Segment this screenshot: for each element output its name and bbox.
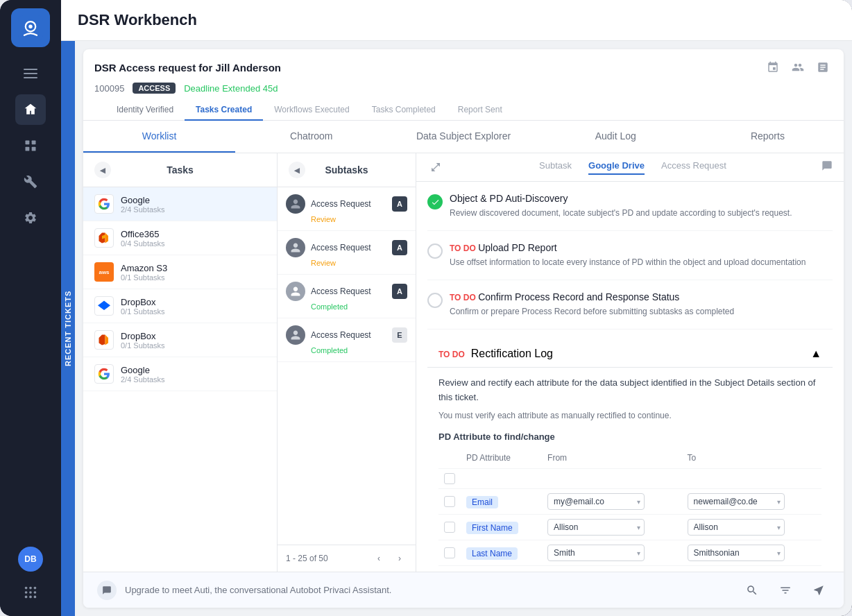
pd-table: PD Attribute From To [438, 447, 821, 566]
svg-point-11 [29, 587, 32, 590]
detail-tab-google-drive[interactable]: Google Drive [588, 160, 645, 175]
prev-page-btn[interactable]: ‹ [371, 551, 386, 566]
detail-task-item: TO DO Upload PD Report Use offset inform… [427, 242, 833, 280]
tab-reports[interactable]: Reports [692, 121, 844, 153]
dropbox2-logo-icon [94, 330, 114, 350]
lastname-to-select[interactable]: Smithsonian [688, 545, 785, 561]
tab-chatroom[interactable]: Chatroom [235, 121, 387, 153]
email-from-select[interactable]: my@email.co [547, 493, 645, 510]
tab-data-subject[interactable]: Data Subject Explorer [387, 121, 539, 153]
attr-lastname-tag: Last Name [466, 547, 518, 560]
firstname-to-select[interactable]: Allison [688, 519, 785, 536]
user-avatar[interactable]: DB [18, 547, 43, 572]
subtasks-panel: ◀ Subtasks Access Req [278, 153, 416, 572]
task-name: DropBox [121, 331, 266, 341]
subtask-avatar [286, 194, 305, 214]
tab-worklist[interactable]: Worklist [83, 121, 235, 153]
list-item[interactable]: Access Request E Completed [278, 318, 416, 362]
row-checkbox[interactable] [444, 473, 455, 484]
recent-tickets-tab[interactable]: RECENT TICKETS [61, 41, 75, 616]
sidebar: DB [0, 0, 61, 616]
comment-btn[interactable] [821, 160, 833, 174]
task-subtasks: 0/4 Subtasks [121, 239, 266, 248]
list-item[interactable]: aws Amazon S3 0/1 Subtasks [83, 255, 277, 289]
subtask-status: Review [286, 259, 407, 267]
rectification-header[interactable]: TO DO Rectification Log ▲ [427, 341, 833, 368]
progress-tab-tasks[interactable]: Tasks Created [185, 99, 263, 120]
check-empty-icon [427, 243, 443, 259]
ticket-title: DSR Access request for Jill Anderson [94, 62, 281, 74]
progress-tab-workflows[interactable]: Workflows Executed [263, 99, 361, 120]
row-checkbox[interactable] [444, 522, 455, 533]
rectification-collapse-icon: ▲ [810, 348, 821, 360]
google2-logo-icon [94, 364, 114, 384]
rectification-note: You must verify each attribute as manual… [438, 411, 821, 420]
ticket-icon-1[interactable] [763, 58, 783, 77]
subtask-avatar [286, 238, 305, 257]
list-item[interactable]: Google 2/4 Subtasks [83, 187, 277, 221]
filter-action-btn[interactable] [774, 579, 796, 601]
sidebar-menu-icon[interactable] [15, 58, 46, 89]
svg-point-10 [25, 587, 28, 590]
sidebar-settings-icon[interactable] [15, 203, 46, 233]
navigate-action-btn[interactable] [808, 579, 830, 601]
subtask-badge: E [392, 327, 407, 343]
sidebar-tools-icon[interactable] [15, 166, 46, 197]
svg-point-14 [29, 591, 32, 594]
detail-task-item: TO DO Confirm Process Record and Respons… [427, 291, 833, 330]
sidebar-home-icon[interactable] [15, 94, 46, 125]
subtask-list: Access Request A Review [278, 187, 416, 545]
email-to-select[interactable]: newemail@co.de [688, 493, 785, 510]
svg-rect-8 [26, 147, 30, 151]
detail-tab-access-request[interactable]: Access Request [661, 160, 726, 175]
progress-tab-completed[interactable]: Tasks Completed [361, 99, 447, 120]
ticket-icon-3[interactable] [813, 58, 833, 77]
task-info: Amazon S3 0/1 Subtasks [121, 263, 266, 282]
ticket-body: ◀ Tasks Google [83, 153, 844, 572]
svg-point-16 [25, 596, 28, 599]
lastname-from-select[interactable]: Smith [547, 545, 645, 561]
tab-audit-log[interactable]: Audit Log [540, 121, 692, 153]
page-title: DSR Workbench [78, 11, 835, 29]
task-name: Google [121, 365, 266, 375]
list-item[interactable]: Access Request A Review [278, 187, 416, 231]
search-action-btn[interactable] [741, 579, 763, 601]
todo-label: TO DO [450, 243, 478, 253]
list-item[interactable]: Office365 0/4 Subtasks [83, 221, 277, 255]
tasks-collapse-btn[interactable]: ◀ [94, 162, 111, 178]
svg-rect-7 [32, 141, 36, 145]
task-list: Google 2/4 Subtasks Office365 [83, 187, 277, 572]
task-title: TO DO Confirm Process Record and Respons… [450, 291, 833, 302]
list-item[interactable]: Access Request A Review [278, 231, 416, 275]
app-logo[interactable] [11, 8, 50, 47]
ticket-icon-2[interactable] [788, 58, 808, 77]
subtask-badge: A [392, 284, 407, 299]
subtasks-collapse-btn[interactable]: ◀ [289, 162, 305, 178]
list-item[interactable]: Google 2/4 Subtasks [83, 357, 277, 391]
firstname-from-select[interactable]: Allison [547, 519, 645, 536]
ticket-panel: DSR Access request for Jill Anderson [83, 49, 844, 608]
progress-tab-report[interactable]: Report Sent [447, 99, 513, 120]
task-subtasks: 0/1 Subtasks [121, 273, 266, 282]
row-checkbox[interactable] [444, 547, 455, 558]
task-info: DropBox 0/1 Subtasks [121, 297, 266, 316]
detail-tab-subtask[interactable]: Subtask [539, 160, 572, 175]
rectification-section: TO DO Rectification Log ▲ Review and rec… [427, 341, 833, 572]
progress-tab-identity[interactable]: Identity Verified [105, 99, 185, 120]
pagination-range: 1 - 25 of 50 [286, 554, 328, 563]
task-subtasks: 0/1 Subtasks [121, 307, 266, 316]
apps-icon[interactable] [15, 577, 46, 608]
ticket-deadline: Deadline Extended 45d [184, 83, 278, 94]
next-page-btn[interactable]: › [392, 551, 407, 566]
expand-btn[interactable] [427, 159, 444, 176]
row-checkbox[interactable] [444, 496, 455, 507]
ticket-meta: 100095 ACCESS Deadline Extended 45d [94, 83, 833, 94]
sidebar-dashboard-icon[interactable] [15, 130, 46, 161]
list-item[interactable]: DropBox 0/1 Subtasks [83, 323, 277, 357]
rectification-title: TO DO Rectification Log [438, 348, 553, 360]
list-item[interactable]: Access Request A Completed [278, 275, 416, 318]
detail-task-item: Object & PD Auti-Discovery Review discov… [427, 193, 833, 231]
rectification-todo-label: TO DO [438, 350, 465, 359]
list-item[interactable]: DropBox 0/1 Subtasks [83, 289, 277, 323]
rectification-desc: Review and rectify each attribute for th… [438, 376, 821, 405]
